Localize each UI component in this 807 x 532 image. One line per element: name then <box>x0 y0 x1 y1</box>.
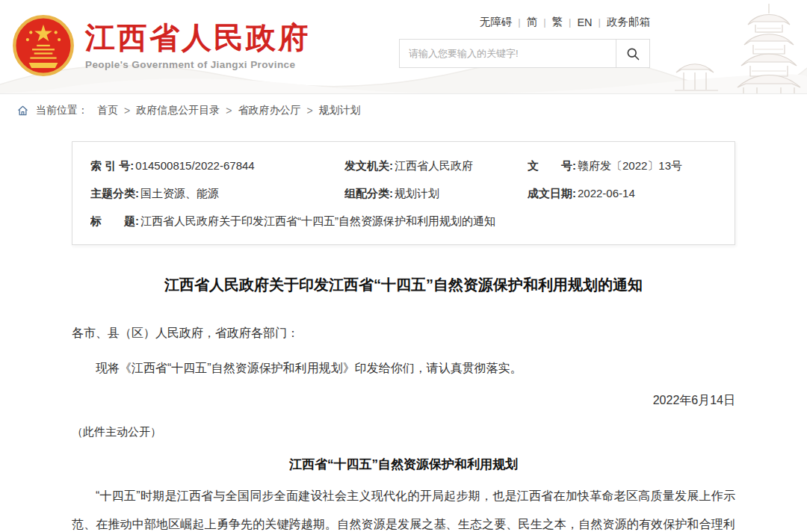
breadcrumb-separator: > <box>118 105 136 117</box>
document-paragraph-2: “十四五”时期是江西省与全国同步全面建设社会主义现代化的开局起步期，也是江西省在… <box>72 482 735 532</box>
site-title: 江西省人民政府 <box>85 21 310 54</box>
meta-issuer-value: 江西省人民政府 <box>395 159 473 173</box>
meta-docnum-label: 文 号: <box>528 159 576 173</box>
link-gov-mailbox[interactable]: 政务邮箱 <box>607 15 650 29</box>
search-input[interactable] <box>400 40 616 67</box>
breadcrumb-info-directory[interactable]: 政府信息公开目录 <box>136 104 220 117</box>
pagoda-sketch <box>631 0 807 94</box>
home-icon[interactable] <box>16 105 29 117</box>
meta-group-label: 组配分类: <box>344 187 393 201</box>
meta-issuing-agency: 发文机关: 江西省人民政府 <box>344 159 528 173</box>
meta-row-2: 主题分类: 国土资源、能源 组配分类: 规划计划 成文日期: 2022-06-1… <box>72 180 735 208</box>
link-simplified-chinese[interactable]: 简 <box>527 15 538 29</box>
plan-subtitle: 江西省“十四五”自然资源保护和利用规划 <box>72 456 735 473</box>
breadcrumb-home[interactable]: 首页 <box>97 104 118 117</box>
link-separator: | <box>512 16 526 28</box>
site-title-block: 江西省人民政府 People's Government of Jiangxi P… <box>85 21 310 70</box>
meta-title-label: 标 题: <box>90 214 139 229</box>
document-body: 江西省人民政府关于印发江西省“十四五”自然资源保护和利用规划的通知 各市、县（区… <box>72 273 735 532</box>
document-salutation: 各市、县（区）人民政府，省政府各部门： <box>72 323 735 343</box>
meta-group-value: 规划计划 <box>395 187 439 201</box>
document-meta-table: 索 引 号: 014500815/2022-67844 发文机关: 江西省人民政… <box>72 141 735 245</box>
meta-title: 标 题: 江西省人民政府关于印发江西省“十四五”自然资源保护和利用规划的通知 <box>90 214 495 229</box>
breadcrumb-separator: > <box>220 105 238 117</box>
link-separator: | <box>593 16 607 28</box>
meta-date-value: 2022-06-14 <box>578 187 635 201</box>
search-bar <box>399 39 650 68</box>
document-disclosure-note: （此件主动公开） <box>72 425 735 439</box>
meta-issuer-label: 发文机关: <box>344 159 393 173</box>
meta-topic-category: 主题分类: 国土资源、能源 <box>90 187 344 201</box>
meta-docnum-value: 赣府发〔2022〕13号 <box>578 159 682 173</box>
meta-topic-label: 主题分类: <box>90 187 139 201</box>
meta-index-value: 014500815/2022-67844 <box>135 159 254 173</box>
breadcrumb-planning[interactable]: 规划计划 <box>319 104 361 117</box>
search-icon <box>625 46 640 61</box>
meta-group-category: 组配分类: 规划计划 <box>344 187 528 201</box>
meta-topic-value: 国土资源、能源 <box>140 187 219 201</box>
link-traditional-chinese[interactable]: 繁 <box>552 15 563 29</box>
link-separator: | <box>537 16 551 28</box>
search-button[interactable] <box>616 40 649 67</box>
breadcrumb-separator: > <box>300 105 318 117</box>
main-content: 索 引 号: 014500815/2022-67844 发文机关: 江西省人民政… <box>72 141 735 532</box>
link-accessibility[interactable]: 无障碍 <box>480 15 513 29</box>
breadcrumb-label: 当前位置： <box>36 104 88 117</box>
meta-issue-date: 成文日期: 2022-06-14 <box>528 187 727 201</box>
meta-index-number: 索 引 号: 014500815/2022-67844 <box>90 159 344 173</box>
top-link-bar: 无障碍 | 简 | 繁 | EN | 政务邮箱 <box>399 15 650 29</box>
document-title: 江西省人民政府关于印发江西省“十四五”自然资源保护和利用规划的通知 <box>72 273 735 296</box>
site-subtitle: People's Government of Jiangxi Province <box>85 59 310 70</box>
link-english[interactable]: EN <box>577 16 592 28</box>
link-separator: | <box>563 16 577 28</box>
meta-index-label: 索 引 号: <box>90 159 134 173</box>
document-paragraph-1: 现将《江西省“十四五”自然资源保护和利用规划》印发给你们，请认真贯彻落实。 <box>72 358 735 378</box>
document-date: 2022年6月14日 <box>72 393 735 409</box>
site-logo[interactable]: 江西省人民政府 People's Government of Jiangxi P… <box>10 13 310 78</box>
meta-row-3: 标 题: 江西省人民政府关于印发江西省“十四五”自然资源保护和利用规划的通知 <box>72 208 735 235</box>
meta-date-label: 成文日期: <box>528 187 576 201</box>
meta-title-value: 江西省人民政府关于印发江西省“十四五”自然资源保护和利用规划的通知 <box>140 214 495 229</box>
breadcrumb: 当前位置： 首页 > 政府信息公开目录 > 省政府办公厅 > 规划计划 <box>0 94 807 126</box>
breadcrumb-general-office[interactable]: 省政府办公厅 <box>238 104 300 117</box>
meta-row-1: 索 引 号: 014500815/2022-67844 发文机关: 江西省人民政… <box>72 152 735 180</box>
national-emblem-icon <box>10 13 76 78</box>
site-header: 江西省人民政府 People's Government of Jiangxi P… <box>0 0 807 94</box>
header-utilities: 无障碍 | 简 | 繁 | EN | 政务邮箱 <box>399 15 650 68</box>
meta-document-number: 文 号: 赣府发〔2022〕13号 <box>528 159 727 173</box>
